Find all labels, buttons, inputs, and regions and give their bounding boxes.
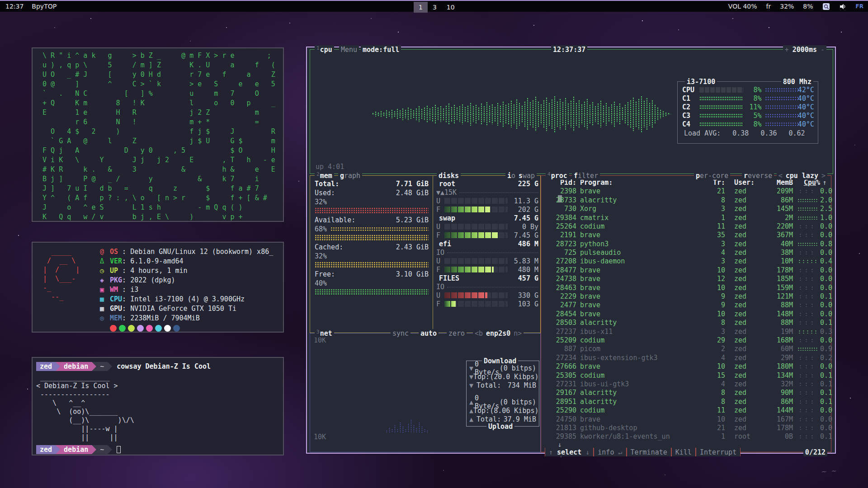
info-button[interactable]: info ↵ <box>594 448 626 456</box>
process-row[interactable]: 28733alacritty8zed86M2.0 <box>543 196 829 204</box>
mem-stat-value: 7.71 GiB <box>396 180 429 188</box>
process-row[interactable]: 28951alacritty8zed86M0.1 <box>543 397 829 406</box>
proc-panel-title[interactable]: 4proc <box>546 171 569 180</box>
interval-increase-button[interactable]: + <box>785 46 789 54</box>
selected-count: 0/212 <box>803 448 827 456</box>
net-activity-graph <box>386 415 429 433</box>
per-core-button[interactable]: per-core <box>694 171 730 180</box>
process-row[interactable]: 28454brave10zed148M0.0 <box>543 310 829 318</box>
zero-button[interactable]: zero <box>447 329 467 338</box>
net-stat-value: 734 MiB <box>508 381 536 389</box>
process-row[interactable]: 2229brave9zed121M0.1 <box>543 292 829 301</box>
process-row[interactable]: 28477brave10zed178M0.0 <box>543 266 829 275</box>
process-row[interactable]: 27237ibus-x113zed19M0.3 <box>543 327 829 336</box>
cpu-panel-title[interactable]: 1cpu <box>315 45 334 54</box>
process-row[interactable]: 25290codium11zed144M0.0 <box>543 406 829 415</box>
process-user: zed <box>730 205 764 213</box>
interval-decrease-button[interactable]: - <box>821 46 825 54</box>
process-row[interactable]: 28503alacritty8zed88M0.1 <box>543 319 829 327</box>
graph-toggle-button[interactable]: graph <box>338 171 362 180</box>
filter-button[interactable]: filter <box>572 171 600 180</box>
process-cpu-percent: 2.5 <box>820 205 829 213</box>
shell-prompt-line[interactable]: zed debian ~ <box>36 445 279 455</box>
disk-meter-row: F7.45 G <box>436 231 538 239</box>
disk-io-line <box>459 192 538 193</box>
star <box>665 474 665 475</box>
mem-usage-graph <box>315 235 429 240</box>
process-threads: 3 <box>705 205 725 213</box>
prompt-path-chip: ~ <box>96 445 108 454</box>
swap-toggle-button[interactable]: swap <box>517 171 537 180</box>
star <box>841 32 842 33</box>
workspace-button-3[interactable]: 3 <box>428 2 442 13</box>
process-cpu-percent: 0.0 <box>820 231 829 239</box>
process-threads: 3 <box>705 328 725 336</box>
process-user: zed <box>730 196 764 204</box>
process-threads: 15 <box>705 371 725 380</box>
disk-meter-row: U11.3 G <box>436 197 538 205</box>
process-row[interactable]: 27666brave10zed180M0.0 <box>543 362 829 371</box>
process-row[interactable]: 24738brave12zed185M0.0 <box>543 275 829 283</box>
update-interval-control[interactable]: + 2000ms - <box>783 45 826 54</box>
powerline-arrow-icon <box>108 445 112 454</box>
system-info-row: ▦GPU: NVIDIA GeForce GTX 1050 Ti <box>100 304 273 314</box>
disk-meter-letter: U <box>436 257 442 265</box>
process-row[interactable]: 27208ibus-daemon3zed10M0.4 <box>543 257 829 266</box>
screenshot-tray-icon[interactable] <box>822 3 830 10</box>
process-row[interactable]: 21813github-desktop21zed178M0.0 <box>543 424 829 432</box>
mode-button[interactable]: mode:full <box>361 45 401 54</box>
process-row[interactable]: 29167alacritty8zed90M0.1 <box>543 389 829 397</box>
process-row[interactable]: 2477brave9zed88M0.0 <box>543 301 829 310</box>
process-user: zed <box>730 406 764 414</box>
mem-usage-graph <box>315 262 429 267</box>
process-row[interactable]: 28723python33zed40M0.8 <box>543 239 829 248</box>
color-dot <box>137 325 144 332</box>
bpytop-clock: 12:37:37 <box>551 45 587 54</box>
process-row[interactable]: 887picom2zed60M0.9 <box>543 345 829 353</box>
process-row[interactable]: 27231ibus-ui-gtk34zed32M0.1 <box>543 380 829 389</box>
workspace-button-1[interactable]: 1 <box>414 2 428 13</box>
reverse-button[interactable]: reverse <box>742 171 774 180</box>
disk-size: 7.45 G <box>514 214 538 222</box>
sort-selector[interactable]: < cpu lazy > <box>777 171 827 180</box>
process-row[interactable]: 2398brave21zed209M0.0 <box>543 187 829 196</box>
net-panel-title[interactable]: 3net <box>315 329 334 338</box>
select-control[interactable]: ↑ select ↓ <box>545 448 594 456</box>
process-row[interactable]: 725pulseaudio4zed38M0.0 <box>543 249 829 257</box>
mem-panel-title[interactable]: 2mem <box>315 171 334 180</box>
process-row[interactable]: 2191brave35zed367M0.0 <box>543 231 829 239</box>
process-row[interactable]: 29385kworker/u8:1-events_un1root0B0.1↓ <box>543 432 829 441</box>
process-pid: 28733 <box>543 196 576 204</box>
process-row[interactable]: 27234ibus-extension-gtk34zed29M0.2 <box>543 353 829 362</box>
interrupt-button[interactable]: Interrupt <box>696 448 741 456</box>
disk-meter-value: 202 G <box>510 206 538 214</box>
language-indicator[interactable]: FR <box>856 3 863 9</box>
info-separator: : <box>122 248 130 256</box>
memory-stats: Total:7.71 GiBUsed:2.48 GiB 32%Available… <box>315 179 429 297</box>
kill-button[interactable]: Kill <box>671 448 696 456</box>
mem-stat-percent: 40% <box>315 279 429 287</box>
process-row[interactable]: 24750brave10zed167M0.0 <box>543 415 829 423</box>
volume-tray-icon[interactable] <box>839 3 847 10</box>
process-row[interactable]: 29384cmatrix1zed2M1.0 <box>543 213 829 222</box>
process-row[interactable]: 25209codium29zed168M0.0 <box>543 336 829 345</box>
cpu-panel: 1cpu Menu mode:full 12:37:37 + 2000ms - … <box>310 49 833 174</box>
process-row[interactable]: 25264codium11zed220M0.0 <box>543 222 829 231</box>
io-mode-button[interactable]: io <box>505 171 517 180</box>
process-user: zed <box>730 257 764 265</box>
auto-button[interactable]: auto <box>419 329 439 338</box>
menu-button[interactable]: Menu <box>339 45 359 54</box>
process-memory: 86M <box>764 196 793 204</box>
interface-selector[interactable]: <b enp2s0 n> <box>473 329 524 338</box>
process-row[interactable]: 730Xorg3zed145M2.5 <box>543 205 829 213</box>
disk-usage-meter <box>444 292 508 298</box>
process-threads: 9 <box>705 301 725 309</box>
sync-button[interactable]: sync <box>391 329 410 338</box>
process-threads: 21 <box>705 424 725 432</box>
net-graph-column <box>419 422 420 433</box>
terminate-button[interactable]: Terminate <box>627 448 671 456</box>
mem-stat-row: Total:7.71 GiB <box>315 179 429 188</box>
process-row[interactable]: 28463brave10zed159M0.0 <box>543 283 829 292</box>
process-row[interactable]: 25305codium15zed134M0.1 <box>543 371 829 380</box>
workspace-button-10[interactable]: 10 <box>442 2 460 13</box>
